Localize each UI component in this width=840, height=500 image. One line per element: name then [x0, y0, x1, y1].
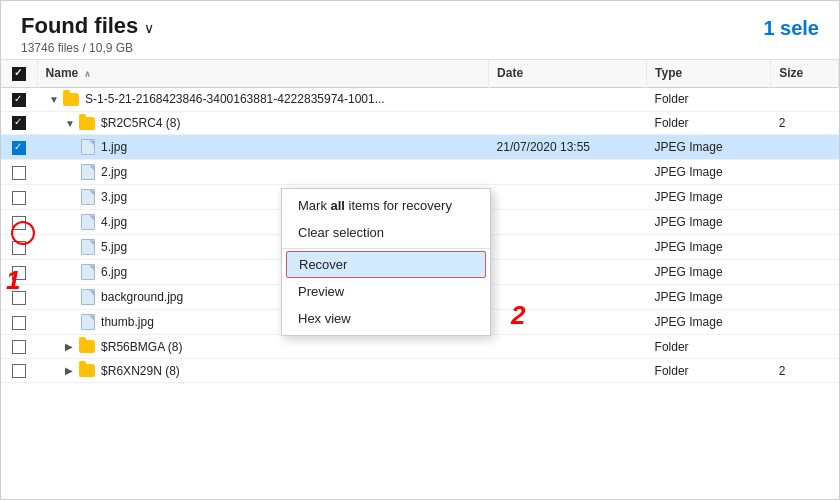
type-cell: JPEG Image [647, 310, 771, 335]
title-chevron[interactable]: ∨ [144, 20, 154, 36]
date-cell [489, 285, 647, 310]
date-cell [489, 111, 647, 135]
type-cell: JPEG Image [647, 185, 771, 210]
size-cell [771, 285, 839, 310]
date-cell [489, 359, 647, 383]
checkbox-header[interactable] [1, 60, 37, 87]
table-row[interactable]: ▶ $R56BMGA (8) Folder [1, 335, 839, 359]
size-cell [771, 310, 839, 335]
select-all-checkbox[interactable] [12, 67, 26, 81]
page-title: Found files [21, 13, 138, 39]
name-cell: 2.jpg [45, 164, 480, 180]
date-cell [489, 310, 647, 335]
context-menu-preview[interactable]: Preview [282, 278, 490, 305]
context-menu: Mark all items for recovery Clear select… [281, 188, 491, 336]
file-icon [81, 239, 95, 255]
type-cell: JPEG Image [647, 135, 771, 160]
context-menu-hex-view[interactable]: Hex view [282, 305, 490, 332]
row-checkbox[interactable] [12, 93, 26, 107]
row-checkbox[interactable] [12, 291, 26, 305]
row-checkbox[interactable] [12, 364, 26, 378]
size-cell [771, 260, 839, 285]
row-checkbox[interactable] [12, 191, 26, 205]
date-cell [489, 210, 647, 235]
expand-arrow-icon[interactable]: ▼ [65, 118, 75, 129]
type-cell: Folder [647, 111, 771, 135]
row-checkbox[interactable] [12, 316, 26, 330]
file-name: 3.jpg [101, 190, 127, 204]
row-checkbox[interactable] [12, 340, 26, 354]
name-cell: ▼ S-1-5-21-2168423846-3400163881-4222835… [45, 92, 480, 106]
row-checkbox[interactable] [12, 266, 26, 280]
folder-icon [79, 340, 95, 353]
file-name: 2.jpg [101, 165, 127, 179]
type-cell: Folder [647, 335, 771, 359]
name-cell: ▶ $R6XN29N (8) [45, 364, 480, 378]
type-cell: Folder [647, 87, 771, 111]
table-row[interactable]: ▼ S-1-5-21-2168423846-3400163881-4222835… [1, 87, 839, 111]
row-checkbox[interactable] [12, 216, 26, 230]
row-checkbox[interactable] [12, 141, 26, 155]
context-menu-mark-all[interactable]: Mark all items for recovery [282, 192, 490, 219]
size-cell: 2 [771, 359, 839, 383]
row-checkbox[interactable] [12, 116, 26, 130]
name-column-header[interactable]: Name ∧ [37, 60, 488, 87]
row-checkbox[interactable] [12, 241, 26, 255]
selection-count: 1 sele [763, 13, 819, 40]
file-name: S-1-5-21-2168423846-3400163881-422283597… [85, 92, 385, 106]
file-name: 1.jpg [101, 140, 127, 154]
type-cell: JPEG Image [647, 160, 771, 185]
file-name: 4.jpg [101, 215, 127, 229]
context-menu-recover[interactable]: Recover [286, 251, 486, 278]
folder-icon [63, 93, 79, 106]
date-cell [489, 260, 647, 285]
row-checkbox[interactable] [12, 166, 26, 180]
header: Found files ∨ 13746 files / 10,9 GB 1 se… [1, 1, 839, 60]
file-table-container: Name ∧ Date Type Size ▼ S-1-5-21-2168423… [1, 60, 839, 480]
date-column-header[interactable]: Date [489, 60, 647, 87]
file-name: 5.jpg [101, 240, 127, 254]
file-name: $R2C5RC4 (8) [101, 116, 180, 130]
expand-arrow-icon[interactable]: ▶ [65, 365, 75, 376]
table-row[interactable]: 2.jpg JPEG Image [1, 160, 839, 185]
type-column-header[interactable]: Type [647, 60, 771, 87]
date-cell [489, 160, 647, 185]
file-name: $R6XN29N (8) [101, 364, 180, 378]
size-cell [771, 87, 839, 111]
folder-icon [79, 117, 95, 130]
file-icon [81, 264, 95, 280]
file-name: background.jpg [101, 290, 183, 304]
date-cell [489, 87, 647, 111]
context-menu-clear-selection[interactable]: Clear selection [282, 219, 490, 246]
type-cell: JPEG Image [647, 210, 771, 235]
file-name: thumb.jpg [101, 315, 154, 329]
file-icon [81, 139, 95, 155]
size-cell [771, 160, 839, 185]
type-cell: JPEG Image [647, 260, 771, 285]
name-cell: 1.jpg [45, 139, 480, 155]
date-cell: 21/07/2020 13:55 [489, 135, 647, 160]
table-row[interactable]: ▼ $R2C5RC4 (8) Folder 2 [1, 111, 839, 135]
size-cell [771, 210, 839, 235]
date-cell [489, 235, 647, 260]
file-icon [81, 314, 95, 330]
size-column-header[interactable]: Size [771, 60, 839, 87]
size-cell [771, 335, 839, 359]
name-cell: ▼ $R2C5RC4 (8) [45, 116, 480, 130]
type-cell: Folder [647, 359, 771, 383]
type-cell: JPEG Image [647, 235, 771, 260]
expand-arrow-icon[interactable]: ▶ [65, 341, 75, 352]
file-name: $R56BMGA (8) [101, 340, 182, 354]
title-row: Found files ∨ [21, 13, 154, 39]
expand-arrow-icon[interactable]: ▼ [49, 94, 59, 105]
file-name: 6.jpg [101, 265, 127, 279]
size-cell [771, 235, 839, 260]
type-cell: JPEG Image [647, 285, 771, 310]
name-cell: ▶ $R56BMGA (8) [45, 340, 480, 354]
file-icon [81, 189, 95, 205]
context-menu-separator [282, 248, 490, 249]
file-icon [81, 164, 95, 180]
table-row[interactable]: 1.jpg 21/07/2020 13:55 JPEG Image [1, 135, 839, 160]
header-left: Found files ∨ 13746 files / 10,9 GB [21, 13, 154, 55]
table-row[interactable]: ▶ $R6XN29N (8) Folder 2 [1, 359, 839, 383]
